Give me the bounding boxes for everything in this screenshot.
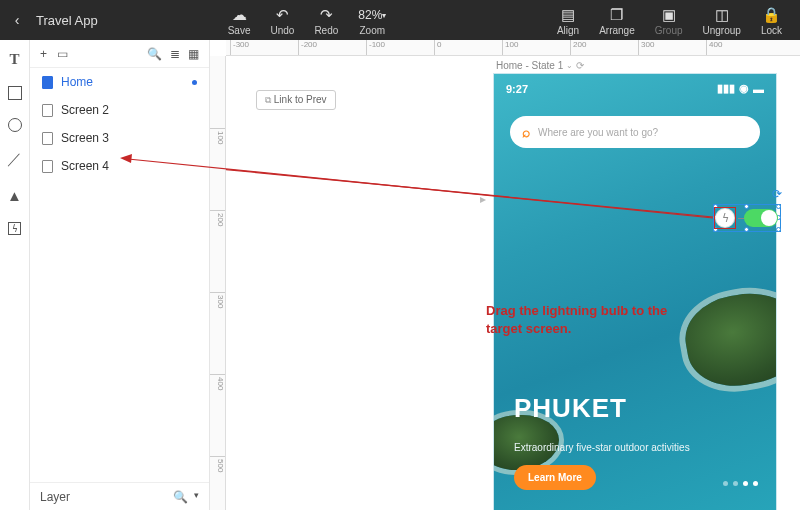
artboard-label[interactable]: Home - State 1 ⌄ ⟳ [496,60,584,71]
add-icon[interactable]: + [40,47,47,61]
panel-header: + ▭ 🔍 ≣ ▦ [30,40,209,68]
group-icon: ▣ [662,6,676,24]
undo-icon: ↶ [276,6,289,24]
save-button[interactable]: ☁ Save [218,0,261,40]
lock-icon: 🔒 [762,6,781,24]
hero-subtitle: Extraordinary five-star outdoor activiti… [514,441,736,454]
chevron-down-icon: ▾ [382,11,386,20]
screen-item-2[interactable]: Screen 2 [30,96,209,124]
search-icon[interactable]: 🔍 [173,490,188,504]
layer-label: Layer [40,490,70,504]
undo-button[interactable]: ↶ Undo [260,0,304,40]
redo-button[interactable]: ↷ Redo [304,0,348,40]
page-icon [42,160,53,173]
screen-item-3[interactable]: Screen 3 [30,124,209,152]
top-toolbar: ‹ Travel App ☁ Save ↶ Undo ↷ Redo 82% ▾ … [0,0,800,40]
arrange-button[interactable]: ❐ Arrange [589,0,645,40]
screen-item-home[interactable]: Home [30,68,209,96]
screen-item-4[interactable]: Screen 4 [30,152,209,180]
interaction-tool[interactable]: ϟ [8,222,21,235]
screen-label: Home [61,75,93,89]
folder-icon[interactable]: ▭ [57,47,68,61]
page-icon [42,104,53,117]
artboard-home[interactable]: 9:27 ▮▮▮ ◉ ▬ ⌕ Where are you want to go?… [494,74,776,510]
grid-view-icon[interactable]: ▦ [188,47,199,61]
learn-more-button[interactable]: Learn More [514,465,596,490]
redo-icon: ↷ [320,6,333,24]
align-button[interactable]: ▤ Align [547,0,589,40]
chevron-down-icon: ⌄ [566,61,573,70]
refresh-icon: ⟳ [576,60,584,71]
entry-arrow-icon: ▸ [480,192,486,206]
island-graphic [679,284,776,393]
screen-label: Screen 2 [61,103,109,117]
image-tool[interactable]: ▲ [6,186,24,204]
canvas[interactable]: -300 -200 -100 0 100 200 300 400 100 200… [210,40,800,510]
link-to-prev-button[interactable]: ⧉ Link to Prev [256,90,336,110]
chevron-down-icon[interactable]: ▾ [194,490,199,504]
line-tool[interactable]: ／ [6,150,24,168]
annotation-text: Drag the lightning bulb to the target sc… [486,302,676,337]
list-view-icon[interactable]: ≣ [170,47,180,61]
hero-title: PHUKET [514,393,627,424]
ellipse-tool[interactable] [8,118,22,132]
page-icon [42,132,53,145]
screen-label: Screen 4 [61,159,109,173]
rectangle-tool[interactable] [8,86,22,100]
tool-rail: T ／ ▲ ϟ [0,40,30,510]
align-icon: ▤ [561,6,575,24]
panel-footer: Layer 🔍 ▾ [30,482,209,510]
search-bar[interactable]: ⌕ Where are you want to go? [510,116,760,148]
ruler-horizontal: -300 -200 -100 0 100 200 300 400 [226,40,800,56]
screen-list: Home Screen 2 Screen 3 Screen 4 [30,68,209,482]
app-title: Travel App [36,13,98,28]
lock-button[interactable]: 🔒 Lock [751,0,792,40]
canvas-inner[interactable]: ⧉ Link to Prev ▸ Home - State 1 ⌄ ⟳ 9:27… [226,56,800,510]
screen-label: Screen 3 [61,131,109,145]
battery-icon: ▬ [753,83,764,95]
cloud-upload-icon: ☁ [232,6,247,24]
arrange-icon: ❐ [610,6,623,24]
toggle-switch[interactable] [744,209,778,227]
wifi-icon: ◉ [739,82,749,95]
ungroup-button[interactable]: ◫ Ungroup [693,0,751,40]
zoom-control[interactable]: 82% ▾ Zoom [348,0,396,40]
annotation-highlight-box [714,207,736,229]
rotate-handle-icon[interactable]: ⟳ [772,187,782,201]
group-button[interactable]: ▣ Group [645,0,693,40]
page-icon [42,76,53,89]
ruler-vertical: 100 200 300 400 500 [210,56,226,510]
status-time: 9:27 [506,83,528,95]
search-placeholder: Where are you want to go? [538,127,658,138]
signal-icon: ▮▮▮ [717,82,735,95]
active-dot-icon [192,80,197,85]
status-bar: 9:27 ▮▮▮ ◉ ▬ [506,82,764,95]
search-icon[interactable]: 🔍 [147,47,162,61]
search-icon: ⌕ [522,124,530,140]
back-button[interactable]: ‹ [8,12,26,28]
selected-interaction-group[interactable]: ⟳ ϟ [716,207,778,229]
page-dots[interactable] [723,481,758,486]
screens-panel: + ▭ 🔍 ≣ ▦ Home Screen 2 Screen 3 Screen … [30,40,210,510]
ungroup-icon: ◫ [715,6,729,24]
text-tool[interactable]: T [6,50,24,68]
